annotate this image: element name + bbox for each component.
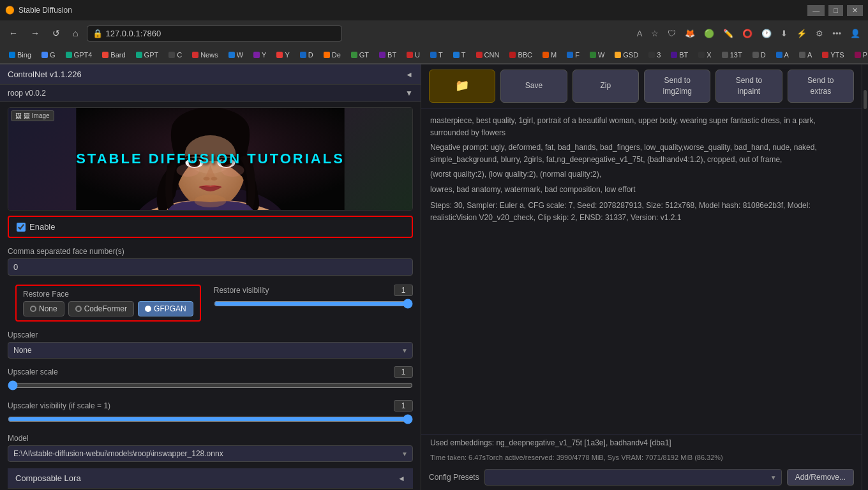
more-button[interactable]: •••: [830, 27, 844, 40]
scrollbar[interactable]: [862, 64, 868, 490]
extension4-icon[interactable]: ✏️: [721, 27, 736, 40]
settings-icon[interactable]: ⚙: [813, 27, 826, 40]
model-select[interactable]: E:\AI\stable-diffusion-webui\models\roop…: [8, 445, 413, 462]
composable-lora-chevron-icon: ◄: [398, 474, 405, 483]
main-container: ControlNet v1.1.226 ◄ roop v0.0.2 ▼ 🖼 🖼 …: [0, 64, 868, 490]
upscaler-select[interactable]: None Lanczos Nearest ESRGAN_4x: [8, 342, 413, 359]
address-bar[interactable]: 🔒 127.0.0.1:7860: [87, 26, 342, 41]
bookmark-bard[interactable]: Bard: [98, 50, 129, 60]
roop-header: roop v0.0.2 ▼: [0, 85, 421, 102]
model-label: Model: [8, 434, 413, 443]
send-to-img2img-button[interactable]: Send to img2img: [644, 70, 710, 103]
profile-button[interactable]: 👤: [848, 27, 863, 40]
bookmark-w2[interactable]: W: [586, 50, 608, 60]
bookmark-google[interactable]: G: [38, 50, 59, 60]
restore-gfpgan-option[interactable]: GFPGAN: [138, 301, 193, 316]
window-controls[interactable]: — □ ✕: [807, 5, 863, 16]
scrollbar-thumb[interactable]: [864, 90, 867, 109]
extension-icon[interactable]: 🛡: [665, 27, 678, 40]
face-numbers-input[interactable]: [8, 258, 413, 276]
bookmark-gsd[interactable]: GSD: [611, 50, 642, 60]
save-button[interactable]: Save: [500, 70, 567, 103]
bookmark-y1[interactable]: Y: [250, 50, 270, 60]
composable-lora-section[interactable]: Composable Lora ◄: [8, 468, 413, 489]
bookmark-bbc[interactable]: BBC: [505, 50, 536, 60]
svg-point-15: [211, 177, 218, 181]
image-toolbar: 🖼 🖼 Image: [11, 110, 54, 121]
face-numbers-group: Comma separated face number(s): [0, 243, 421, 279]
enable-checkbox-label[interactable]: Enable: [17, 222, 55, 232]
star-button[interactable]: ☆: [648, 27, 661, 40]
upscaler-visibility-slider[interactable]: [8, 414, 413, 424]
minimize-button[interactable]: —: [807, 5, 825, 16]
bookmark-bt2[interactable]: BT: [667, 50, 692, 60]
add-remove-button[interactable]: Add/Remove...: [787, 469, 854, 486]
bookmark-p[interactable]: P: [851, 50, 868, 60]
upscaler-visibility-label: Upscaler visibility (if scale = 1): [8, 401, 110, 410]
send-to-inpaint-button[interactable]: Send to inpaint: [715, 70, 782, 103]
restore-codeformer-option[interactable]: CodeFormer: [68, 301, 134, 316]
bookmark-cnn[interactable]: CNN: [472, 50, 504, 60]
bookmark-de[interactable]: De: [320, 50, 345, 60]
folder-button[interactable]: 📁: [429, 70, 495, 103]
bookmark-y2[interactable]: Y: [273, 50, 293, 60]
upscaler-visibility-section: Upscaler visibility (if scale = 1) 1: [0, 396, 421, 430]
extension3-icon[interactable]: 🟢: [701, 27, 717, 40]
action-buttons: 📁 Save Zip Send to img2img Send to inpai…: [421, 64, 862, 108]
bookmark-d[interactable]: D: [296, 50, 317, 60]
restore-none-option[interactable]: None: [23, 301, 64, 316]
history-icon[interactable]: 🕐: [759, 27, 774, 40]
restore-visibility-container: Restore visibility 1: [214, 282, 413, 311]
bookmark-gpt[interactable]: GPT: [132, 50, 163, 60]
restore-visibility-slider[interactable]: [214, 299, 413, 309]
roop-chevron-icon[interactable]: ▼: [405, 89, 413, 98]
gfpgan-radio-dot: [145, 306, 151, 312]
bookmark-bing[interactable]: Bing: [5, 50, 35, 60]
upscaler-scale-slider[interactable]: [8, 380, 413, 390]
back-button[interactable]: ←: [5, 27, 22, 40]
bookmark-gpt4[interactable]: GPT4: [62, 50, 96, 60]
upscaler-scale-label: Upscaler scale: [8, 368, 58, 376]
bookmark-x[interactable]: X: [694, 50, 715, 60]
bookmark-3[interactable]: 3: [645, 50, 664, 60]
bookmark-gt[interactable]: GT: [347, 50, 373, 60]
bookmark-c[interactable]: C: [165, 50, 186, 60]
controlnet-section[interactable]: ControlNet v1.1.226 ◄: [0, 64, 421, 85]
bookmark-t1[interactable]: T: [426, 50, 447, 60]
send-to-extras-button[interactable]: Send to extras: [788, 70, 854, 103]
enable-checkbox[interactable]: [17, 223, 26, 232]
translate-button[interactable]: A: [634, 27, 645, 40]
upscaler-scale-value: 1: [394, 366, 413, 378]
bookmark-w[interactable]: W: [225, 50, 247, 60]
prompt-info: masterpiece, best quality, 1girl, portra…: [430, 115, 853, 225]
negative-prompt-3: lowres, bad anatomy, watermark, bad comp…: [430, 184, 853, 196]
zip-button[interactable]: Zip: [572, 70, 639, 103]
svg-point-14: [204, 177, 210, 181]
controlnet-chevron-icon: ◄: [405, 70, 413, 79]
bookmark-f[interactable]: F: [563, 50, 583, 60]
config-presets-select-wrapper: [484, 469, 782, 486]
bookmark-news[interactable]: News: [188, 50, 222, 60]
maximize-button[interactable]: □: [828, 5, 843, 16]
home-button[interactable]: ⌂: [69, 27, 82, 40]
image-tab-button[interactable]: 🖼 🖼 Image: [11, 110, 54, 121]
bookmark-idd[interactable]: D: [749, 50, 770, 60]
forward-button[interactable]: →: [27, 27, 43, 40]
bookmark-a1[interactable]: A: [772, 50, 793, 60]
downloads-icon[interactable]: ⬇: [778, 27, 790, 40]
close-button[interactable]: ✕: [847, 5, 863, 16]
extension5-icon[interactable]: ⭕: [740, 27, 755, 40]
extension2-icon[interactable]: 🦊: [682, 27, 698, 40]
bookmark-bt1[interactable]: BT: [375, 50, 400, 60]
config-presets-select[interactable]: [484, 469, 782, 486]
bookmark-m[interactable]: M: [539, 50, 560, 60]
bookmark-t2[interactable]: T: [449, 50, 470, 60]
bookmark-a2[interactable]: A: [795, 50, 816, 60]
bookmark-yts[interactable]: YTS: [818, 50, 848, 60]
bookmark-13t[interactable]: 13T: [718, 50, 746, 60]
collections-icon[interactable]: ⚡: [794, 27, 809, 40]
reload-button[interactable]: ↺: [49, 27, 64, 40]
positive-prompt: masterpiece, best quality, 1girl, portra…: [430, 115, 853, 139]
upscaler-scale-section: Upscaler scale 1: [0, 362, 421, 396]
bookmark-u[interactable]: U: [403, 50, 424, 60]
